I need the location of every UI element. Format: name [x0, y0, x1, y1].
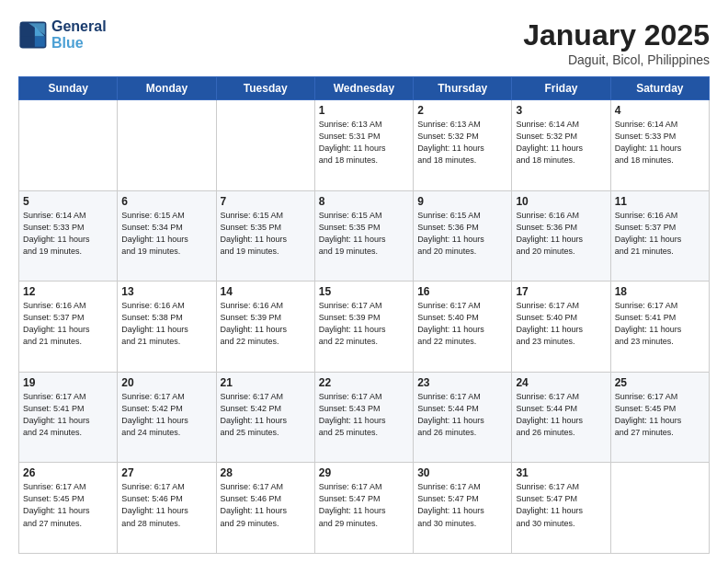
- day-number: 20: [121, 376, 211, 389]
- calendar-day-cell: 12Sunrise: 6:16 AMSunset: 5:37 PMDayligh…: [19, 282, 118, 373]
- calendar-day-cell: 7Sunrise: 6:15 AMSunset: 5:35 PMDaylight…: [216, 190, 314, 282]
- day-number: 18: [615, 285, 705, 298]
- day-number: 28: [221, 466, 311, 479]
- logo: General Blue: [18, 18, 107, 52]
- calendar-day-cell: 18Sunrise: 6:17 AMSunset: 5:41 PMDayligh…: [610, 282, 709, 373]
- calendar-day-cell: [216, 100, 314, 191]
- calendar-week-row: 19Sunrise: 6:17 AMSunset: 5:41 PMDayligh…: [19, 372, 710, 463]
- day-info: Sunrise: 6:13 AMSunset: 5:32 PMDaylight:…: [417, 119, 507, 167]
- calendar-day-cell: 17Sunrise: 6:17 AMSunset: 5:40 PMDayligh…: [512, 282, 610, 373]
- calendar-day-cell: 10Sunrise: 6:16 AMSunset: 5:36 PMDayligh…: [512, 190, 610, 282]
- day-info: Sunrise: 6:16 AMSunset: 5:36 PMDaylight:…: [516, 210, 606, 258]
- calendar-day-cell: 4Sunrise: 6:14 AMSunset: 5:33 PMDaylight…: [610, 100, 709, 191]
- weekday-header-cell: Sunday: [19, 77, 118, 100]
- day-number: 23: [417, 376, 507, 389]
- day-number: 30: [417, 466, 507, 479]
- calendar-week-row: 5Sunrise: 6:14 AMSunset: 5:33 PMDaylight…: [19, 190, 710, 282]
- day-number: 10: [516, 195, 606, 208]
- day-number: 31: [516, 466, 606, 479]
- day-number: 19: [23, 376, 113, 389]
- weekday-header-cell: Tuesday: [216, 77, 314, 100]
- day-number: 17: [516, 285, 606, 298]
- weekday-header-cell: Wednesday: [314, 77, 413, 100]
- calendar-day-cell: 24Sunrise: 6:17 AMSunset: 5:44 PMDayligh…: [512, 372, 610, 463]
- calendar-day-cell: 25Sunrise: 6:17 AMSunset: 5:45 PMDayligh…: [610, 372, 709, 463]
- day-number: 14: [221, 285, 311, 298]
- calendar-day-cell: [19, 100, 118, 191]
- logo-text: General Blue: [51, 18, 107, 52]
- calendar-day-cell: [610, 463, 709, 554]
- day-info: Sunrise: 6:14 AMSunset: 5:32 PMDaylight:…: [516, 119, 606, 167]
- day-info: Sunrise: 6:17 AMSunset: 5:39 PMDaylight:…: [319, 300, 409, 348]
- day-number: 24: [516, 376, 606, 389]
- calendar-day-cell: 14Sunrise: 6:16 AMSunset: 5:39 PMDayligh…: [216, 282, 314, 373]
- calendar-body: 1Sunrise: 6:13 AMSunset: 5:31 PMDaylight…: [19, 100, 710, 554]
- calendar-day-cell: 5Sunrise: 6:14 AMSunset: 5:33 PMDaylight…: [19, 190, 118, 282]
- day-number: 11: [615, 195, 705, 208]
- calendar-day-cell: 27Sunrise: 6:17 AMSunset: 5:46 PMDayligh…: [118, 463, 216, 554]
- weekday-header-cell: Thursday: [414, 77, 512, 100]
- calendar-day-cell: 26Sunrise: 6:17 AMSunset: 5:45 PMDayligh…: [19, 463, 118, 554]
- day-info: Sunrise: 6:15 AMSunset: 5:35 PMDaylight:…: [221, 210, 311, 258]
- day-number: 29: [319, 466, 409, 479]
- day-info: Sunrise: 6:17 AMSunset: 5:46 PMDaylight:…: [221, 481, 311, 529]
- calendar-day-cell: 15Sunrise: 6:17 AMSunset: 5:39 PMDayligh…: [314, 282, 413, 373]
- calendar-day-cell: 1Sunrise: 6:13 AMSunset: 5:31 PMDaylight…: [314, 100, 413, 191]
- calendar-day-cell: 3Sunrise: 6:14 AMSunset: 5:32 PMDaylight…: [512, 100, 610, 191]
- day-number: 1: [319, 104, 409, 117]
- page: General Blue January 2025 Daguit, Bicol,…: [0, 0, 728, 563]
- day-number: 12: [23, 285, 113, 298]
- day-number: 22: [319, 376, 409, 389]
- day-info: Sunrise: 6:17 AMSunset: 5:40 PMDaylight:…: [516, 300, 606, 348]
- month-title: January 2025: [523, 18, 710, 52]
- day-info: Sunrise: 6:17 AMSunset: 5:45 PMDaylight:…: [615, 391, 705, 439]
- calendar-week-row: 12Sunrise: 6:16 AMSunset: 5:37 PMDayligh…: [19, 282, 710, 373]
- day-number: 5: [23, 195, 113, 208]
- day-info: Sunrise: 6:17 AMSunset: 5:41 PMDaylight:…: [615, 300, 705, 348]
- location-subtitle: Daguit, Bicol, Philippines: [523, 52, 710, 67]
- calendar-day-cell: 11Sunrise: 6:16 AMSunset: 5:37 PMDayligh…: [610, 190, 709, 282]
- logo-icon: [18, 20, 48, 50]
- day-number: 4: [615, 104, 705, 117]
- calendar-day-cell: 28Sunrise: 6:17 AMSunset: 5:46 PMDayligh…: [216, 463, 314, 554]
- calendar-table: SundayMondayTuesdayWednesdayThursdayFrid…: [18, 76, 710, 554]
- day-info: Sunrise: 6:16 AMSunset: 5:38 PMDaylight:…: [121, 300, 211, 348]
- calendar-week-row: 26Sunrise: 6:17 AMSunset: 5:45 PMDayligh…: [19, 463, 710, 554]
- svg-marker-2: [35, 37, 45, 47]
- day-info: Sunrise: 6:16 AMSunset: 5:37 PMDaylight:…: [615, 210, 705, 258]
- day-info: Sunrise: 6:15 AMSunset: 5:36 PMDaylight:…: [417, 210, 507, 258]
- day-number: 27: [121, 466, 211, 479]
- day-info: Sunrise: 6:15 AMSunset: 5:35 PMDaylight:…: [319, 210, 409, 258]
- calendar-day-cell: 2Sunrise: 6:13 AMSunset: 5:32 PMDaylight…: [414, 100, 512, 191]
- day-info: Sunrise: 6:17 AMSunset: 5:44 PMDaylight:…: [516, 391, 606, 439]
- day-info: Sunrise: 6:17 AMSunset: 5:42 PMDaylight:…: [221, 391, 311, 439]
- day-number: 8: [319, 195, 409, 208]
- calendar-day-cell: 6Sunrise: 6:15 AMSunset: 5:34 PMDaylight…: [118, 190, 216, 282]
- calendar-day-cell: 13Sunrise: 6:16 AMSunset: 5:38 PMDayligh…: [118, 282, 216, 373]
- day-number: 6: [121, 195, 211, 208]
- day-info: Sunrise: 6:17 AMSunset: 5:47 PMDaylight:…: [319, 481, 409, 529]
- day-info: Sunrise: 6:14 AMSunset: 5:33 PMDaylight:…: [615, 119, 705, 167]
- calendar-day-cell: 20Sunrise: 6:17 AMSunset: 5:42 PMDayligh…: [118, 372, 216, 463]
- calendar-week-row: 1Sunrise: 6:13 AMSunset: 5:31 PMDaylight…: [19, 100, 710, 191]
- calendar-day-cell: 9Sunrise: 6:15 AMSunset: 5:36 PMDaylight…: [414, 190, 512, 282]
- weekday-header-row: SundayMondayTuesdayWednesdayThursdayFrid…: [19, 77, 710, 100]
- day-info: Sunrise: 6:14 AMSunset: 5:33 PMDaylight:…: [23, 210, 113, 258]
- calendar-day-cell: 8Sunrise: 6:15 AMSunset: 5:35 PMDaylight…: [314, 190, 413, 282]
- day-info: Sunrise: 6:17 AMSunset: 5:40 PMDaylight:…: [417, 300, 507, 348]
- day-info: Sunrise: 6:17 AMSunset: 5:47 PMDaylight:…: [417, 481, 507, 529]
- title-section: January 2025 Daguit, Bicol, Philippines: [523, 18, 710, 67]
- day-info: Sunrise: 6:16 AMSunset: 5:37 PMDaylight:…: [23, 300, 113, 348]
- day-number: 7: [221, 195, 311, 208]
- day-info: Sunrise: 6:16 AMSunset: 5:39 PMDaylight:…: [221, 300, 311, 348]
- day-info: Sunrise: 6:13 AMSunset: 5:31 PMDaylight:…: [319, 119, 409, 167]
- day-number: 26: [23, 466, 113, 479]
- day-info: Sunrise: 6:17 AMSunset: 5:43 PMDaylight:…: [319, 391, 409, 439]
- calendar-day-cell: 22Sunrise: 6:17 AMSunset: 5:43 PMDayligh…: [314, 372, 413, 463]
- calendar-day-cell: 29Sunrise: 6:17 AMSunset: 5:47 PMDayligh…: [314, 463, 413, 554]
- day-info: Sunrise: 6:17 AMSunset: 5:45 PMDaylight:…: [23, 481, 113, 529]
- calendar-day-cell: 31Sunrise: 6:17 AMSunset: 5:47 PMDayligh…: [512, 463, 610, 554]
- svg-marker-3: [20, 37, 35, 47]
- day-info: Sunrise: 6:17 AMSunset: 5:44 PMDaylight:…: [417, 391, 507, 439]
- day-info: Sunrise: 6:15 AMSunset: 5:34 PMDaylight:…: [121, 210, 211, 258]
